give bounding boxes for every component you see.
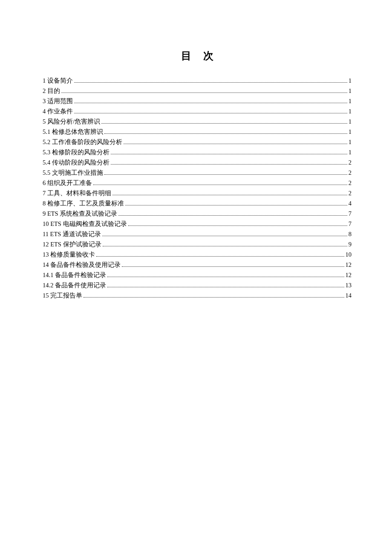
toc-entry-label: 5.1 检修总体危害辨识 <box>43 127 103 137</box>
toc-entry: 10 ETS 电磁阀检查及试验记录7 <box>43 219 352 229</box>
toc-entry-label: 14.1 备品备件检验记录 <box>43 270 106 280</box>
toc-leader-dots <box>93 185 347 185</box>
toc-leader-dots <box>128 225 347 226</box>
toc-entry: 5.2 工作准备阶段的风险分析1 <box>43 137 352 147</box>
toc-entry: 4 作业条件1 <box>43 106 352 116</box>
toc-entry-page: 1 <box>349 75 352 86</box>
toc-entry: 5.4 传动阶段的风险分析2 <box>43 157 352 168</box>
toc-leader-dots <box>74 103 347 103</box>
toc-entry-label: 2 目的 <box>43 86 60 96</box>
toc-entry-page: 9 <box>349 239 352 249</box>
toc-entry: 13 检修质量验收卡10 <box>43 249 352 260</box>
toc-entry: 5 风险分析/危害辨识1 <box>43 116 352 127</box>
toc-entry-page: 7 <box>349 219 352 229</box>
toc-leader-dots <box>84 297 344 298</box>
toc-entry-label: 7 工具、材料和备件明细 <box>43 188 111 198</box>
toc-entry-label: 6 组织及开工准备 <box>43 178 92 188</box>
toc-entry-label: 3 适用范围 <box>43 96 73 106</box>
toc-entry: 15 完工报告单14 <box>43 290 352 301</box>
toc-entry: 11 ETS 通道试验记录8 <box>43 229 352 239</box>
toc-entry-label: 10 ETS 电磁阀检查及试验记录 <box>43 219 127 229</box>
toc-leader-dots <box>103 246 347 246</box>
toc-entry-page: 2 <box>349 157 352 168</box>
toc-entry-page: 4 <box>349 198 352 208</box>
toc-leader-dots <box>118 215 347 216</box>
toc-entry-page: 2 <box>349 178 352 188</box>
toc-entry-label: 11 ETS 通道试验记录 <box>43 229 101 239</box>
toc-entry-label: 12 ETS 保护试验记录 <box>43 239 101 249</box>
toc-leader-dots <box>124 144 347 144</box>
toc-entry-label: 15 完工报告单 <box>43 290 82 301</box>
toc-leader-dots <box>96 256 344 257</box>
toc-leader-dots <box>74 82 347 83</box>
toc-entry: 12 ETS 保护试验记录9 <box>43 239 352 249</box>
toc-leader-dots <box>111 154 347 154</box>
toc-entry-page: 7 <box>349 208 352 219</box>
toc-leader-dots <box>107 277 344 277</box>
toc-entry-label: 5.2 工作准备阶段的风险分析 <box>43 137 122 147</box>
toc-entry-label: 5.3 检修阶段的风险分析 <box>43 147 110 157</box>
toc-entry-page: 1 <box>349 106 352 116</box>
toc-entry-label: 9 ETS 系统检查及试验记录 <box>43 208 117 219</box>
toc-leader-dots <box>74 113 347 113</box>
toc-list: 1 设备简介12 目的13 适用范围14 作业条件15 风险分析/危害辨识15.… <box>43 75 352 301</box>
toc-entry-page: 1 <box>349 116 352 127</box>
toc-entry: 14 备品备件检验及使用记录12 <box>43 260 352 270</box>
toc-entry-label: 8 检修工序、工艺及质量标准 <box>43 198 124 208</box>
toc-leader-dots <box>104 174 347 175</box>
toc-entry-label: 5.4 传动阶段的风险分析 <box>43 157 110 168</box>
toc-leader-dots <box>104 133 347 134</box>
toc-entry: 5.5 文明施工作业措施2 <box>43 168 352 178</box>
toc-entry-page: 2 <box>349 188 352 198</box>
toc-entry-label: 13 检修质量验收卡 <box>43 249 95 260</box>
toc-entry: 2 目的1 <box>43 86 352 96</box>
toc-entry: 7 工具、材料和备件明细2 <box>43 188 352 198</box>
toc-entry-page: 1 <box>349 86 352 96</box>
toc-entry: 1 设备简介1 <box>43 75 352 86</box>
toc-entry-page: 1 <box>349 147 352 157</box>
toc-entry-page: 8 <box>349 229 352 239</box>
toc-entry-page: 12 <box>346 270 352 280</box>
toc-entry-label: 5.5 文明施工作业措施 <box>43 168 103 178</box>
toc-leader-dots <box>61 92 347 93</box>
toc-entry-page: 13 <box>346 280 352 290</box>
toc-entry-page: 1 <box>349 127 352 137</box>
toc-entry-page: 1 <box>349 96 352 106</box>
toc-entry-label: 14 备品备件检验及使用记录 <box>43 260 121 270</box>
toc-entry-page: 14 <box>346 290 352 301</box>
toc-leader-dots <box>107 287 344 287</box>
toc-leader-dots <box>101 123 347 124</box>
toc-leader-dots <box>125 205 347 205</box>
toc-entry: 3 适用范围1 <box>43 96 352 106</box>
toc-entry-label: 4 作业条件 <box>43 106 73 116</box>
toc-entry-page: 10 <box>346 249 352 260</box>
toc-entry: 14.2 备品备件使用记录13 <box>43 280 352 290</box>
toc-entry: 14.1 备品备件检验记录12 <box>43 270 352 280</box>
toc-entry: 6 组织及开工准备2 <box>43 178 352 188</box>
toc-entry: 8 检修工序、工艺及质量标准4 <box>43 198 352 208</box>
toc-leader-dots <box>111 164 347 165</box>
toc-entry: 9 ETS 系统检查及试验记录7 <box>43 208 352 219</box>
toc-leader-dots <box>112 195 347 195</box>
toc-leader-dots <box>102 236 347 236</box>
toc-leader-dots <box>122 266 344 267</box>
toc-entry-page: 2 <box>349 168 352 178</box>
toc-entry-page: 1 <box>349 137 352 147</box>
toc-entry-page: 12 <box>346 260 352 270</box>
toc-entry-label: 1 设备简介 <box>43 75 73 86</box>
toc-entry-label: 14.2 备品备件使用记录 <box>43 280 106 290</box>
toc-entry: 5.3 检修阶段的风险分析1 <box>43 147 352 157</box>
toc-entry-label: 5 风险分析/危害辨识 <box>43 116 100 127</box>
toc-entry: 5.1 检修总体危害辨识1 <box>43 127 352 137</box>
toc-title: 目次 <box>43 49 352 63</box>
